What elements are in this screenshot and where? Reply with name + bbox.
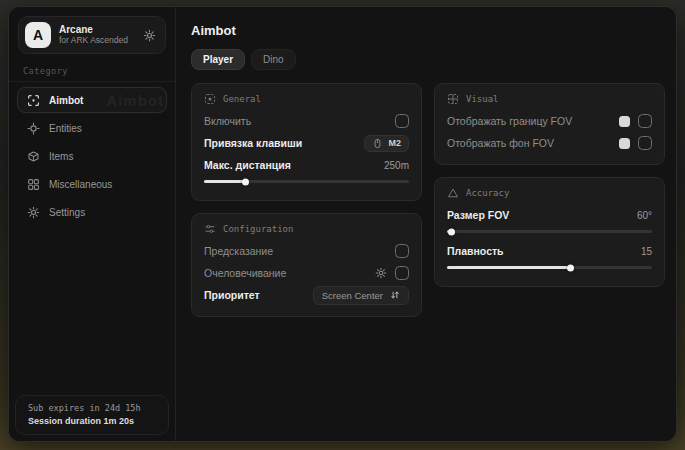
prediction-label: Предсказание bbox=[204, 245, 273, 257]
sidebar-divider bbox=[9, 81, 175, 82]
keybind-value: M2 bbox=[388, 138, 401, 148]
sort-arrows-icon bbox=[390, 290, 400, 300]
app-window: A Arcane for ARK Ascended Category bbox=[8, 6, 677, 442]
sidebar-item-label: Miscellaneous bbox=[49, 179, 112, 190]
panel-configuration: Configuration Предсказание Очеловечивани… bbox=[191, 213, 422, 317]
gear-icon[interactable] bbox=[143, 29, 156, 42]
keybind-button[interactable]: M2 bbox=[364, 135, 409, 152]
sidebar-item-items[interactable]: Items bbox=[17, 143, 167, 169]
slider-fill bbox=[447, 266, 570, 269]
app-subtitle: for ARK Ascended bbox=[59, 36, 135, 46]
panel-visual: Visual Отображать границу FOV Отображать… bbox=[434, 83, 665, 165]
category-label: Category bbox=[23, 66, 161, 76]
brand-card: A Arcane for ARK Ascended bbox=[18, 16, 166, 54]
tab-player[interactable]: Player bbox=[191, 49, 245, 70]
crosshair-icon bbox=[26, 94, 40, 107]
session-duration-text: Session duration 1m 20s bbox=[28, 416, 156, 426]
gear-icon bbox=[26, 206, 40, 219]
panel-title: Accuracy bbox=[466, 188, 509, 198]
prediction-row: Предсказание bbox=[204, 240, 409, 262]
sidebar-item-entities[interactable]: Entities bbox=[17, 115, 167, 141]
prediction-checkbox[interactable] bbox=[395, 244, 409, 258]
slider-handle[interactable] bbox=[448, 228, 455, 235]
fov-background-controls bbox=[619, 136, 652, 150]
keybind-row: Привязка клавиши M2 bbox=[204, 132, 409, 154]
panel-title: Configuration bbox=[223, 224, 293, 234]
left-column: General Включить Привязка клавиши bbox=[191, 83, 422, 317]
fov-size-slider[interactable] bbox=[447, 230, 652, 233]
smoothness-row: Плавность 15 bbox=[447, 240, 652, 262]
smoothness-value: 15 bbox=[641, 246, 652, 257]
scan-target-icon bbox=[26, 122, 40, 135]
grid-icon bbox=[26, 178, 40, 191]
humanization-row: Очеловечивание bbox=[204, 262, 409, 284]
priority-label: Приоритет bbox=[204, 289, 260, 301]
fov-background-label: Отображать фон FOV bbox=[447, 137, 554, 149]
max-distance-value: 250m bbox=[384, 160, 409, 171]
sidebar-item-label: Aimbot bbox=[49, 95, 83, 106]
page-title: Aimbot bbox=[191, 23, 665, 38]
priority-value: Screen Center bbox=[322, 290, 383, 301]
enable-label: Включить bbox=[204, 115, 251, 127]
fov-border-row: Отображать границу FOV bbox=[447, 110, 652, 132]
tab-bar: Player Dino bbox=[191, 49, 665, 70]
panel-configuration-header: Configuration bbox=[204, 223, 409, 235]
sidebar-nav: Aimbot Aimbot Entities bbox=[9, 87, 175, 225]
app-logo: A bbox=[25, 22, 51, 48]
tune-box-icon bbox=[204, 223, 216, 235]
panel-general-header: General bbox=[204, 93, 409, 105]
keybind-label: Привязка клавиши bbox=[204, 137, 302, 149]
sidebar-item-settings[interactable]: Settings bbox=[17, 199, 167, 225]
humanization-controls bbox=[375, 266, 409, 280]
smoothness-label: Плавность bbox=[447, 245, 504, 257]
sidebar-item-label: Settings bbox=[49, 207, 85, 218]
fov-size-value: 60° bbox=[637, 210, 652, 221]
max-distance-row: Макс. дистанция 250m bbox=[204, 154, 409, 176]
fov-size-label: Размер FOV bbox=[447, 209, 509, 221]
panel-visual-header: Visual bbox=[447, 93, 652, 105]
priority-dropdown[interactable]: Screen Center bbox=[313, 286, 409, 305]
priority-row: Приоритет Screen Center bbox=[204, 284, 409, 306]
max-distance-label: Макс. дистанция bbox=[204, 159, 291, 171]
fov-border-label: Отображать границу FOV bbox=[447, 115, 572, 127]
sidebar-item-aimbot[interactable]: Aimbot Aimbot bbox=[17, 87, 167, 113]
fov-border-color-swatch[interactable] bbox=[619, 116, 630, 127]
mouse-icon bbox=[372, 138, 383, 149]
slider-handle[interactable] bbox=[567, 264, 574, 271]
fov-background-checkbox[interactable] bbox=[638, 136, 652, 150]
sidebar-item-miscellaneous[interactable]: Miscellaneous bbox=[17, 171, 167, 197]
tab-dino[interactable]: Dino bbox=[251, 49, 296, 70]
brand-text: Arcane for ARK Ascended bbox=[59, 24, 135, 45]
person-scan-icon bbox=[204, 93, 216, 105]
enable-checkbox[interactable] bbox=[395, 114, 409, 128]
sub-expires-text: Sub expires in 24d 15h bbox=[28, 403, 156, 413]
panel-title: General bbox=[223, 94, 261, 104]
humanization-checkbox[interactable] bbox=[395, 266, 409, 280]
package-icon bbox=[26, 150, 40, 163]
panel-accuracy-header: Accuracy bbox=[447, 187, 652, 199]
slider-fill bbox=[204, 180, 245, 183]
right-column: Visual Отображать границу FOV Отображать… bbox=[434, 83, 665, 287]
slider-handle[interactable] bbox=[242, 178, 249, 185]
max-distance-slider[interactable] bbox=[204, 180, 409, 183]
smoothness-slider[interactable] bbox=[447, 266, 652, 269]
fov-size-row: Размер FOV 60° bbox=[447, 204, 652, 226]
sidebar: A Arcane for ARK Ascended Category bbox=[9, 7, 176, 441]
humanization-label: Очеловечивание bbox=[204, 267, 286, 279]
fov-border-checkbox[interactable] bbox=[638, 114, 652, 128]
triangle-icon bbox=[447, 187, 459, 199]
sidebar-item-label: Items bbox=[49, 151, 73, 162]
sidebar-item-label: Entities bbox=[49, 123, 82, 134]
panel-columns: General Включить Привязка клавиши bbox=[191, 83, 665, 317]
panel-accuracy: Accuracy Размер FOV 60° Плавность 15 bbox=[434, 177, 665, 287]
panel-title: Visual bbox=[466, 94, 499, 104]
fov-background-color-swatch[interactable] bbox=[619, 138, 630, 149]
fov-background-row: Отображать фон FOV bbox=[447, 132, 652, 154]
active-item-watermark: Aimbot bbox=[106, 92, 164, 109]
frame-grid-icon bbox=[447, 93, 459, 105]
main-content: Aimbot Player Dino Gener bbox=[176, 7, 677, 441]
enable-row: Включить bbox=[204, 110, 409, 132]
subscription-info: Sub expires in 24d 15h Session duration … bbox=[15, 395, 169, 435]
fov-border-controls bbox=[619, 114, 652, 128]
gear-icon[interactable] bbox=[375, 267, 387, 279]
